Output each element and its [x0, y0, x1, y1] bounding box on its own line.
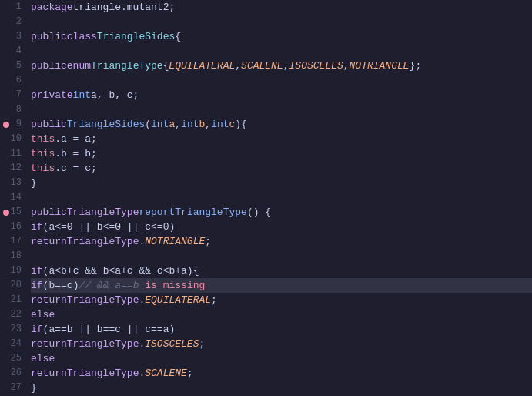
line-number-12: 12 — [6, 161, 22, 176]
line-number-25: 25 — [6, 351, 22, 366]
code-line-25: else — [31, 351, 532, 366]
code-line-1: package triangle.mutant2; — [31, 0, 532, 15]
line-number-13: 13 — [6, 176, 22, 190]
code-line-5: public enum TriangleType {EQUILATERAL, S… — [31, 59, 532, 73]
line-number-14: 14 — [6, 190, 22, 205]
code-line-20: if (b==c) // && a==b is missing — [31, 278, 532, 293]
line-number-5: 5 — [6, 59, 22, 73]
line-number-19: 19 — [6, 263, 22, 278]
code-line-13: } — [31, 176, 532, 190]
line-number-21: 21 — [6, 293, 22, 307]
line-number-10: 10 — [6, 132, 22, 146]
line-number-6: 6 — [6, 73, 22, 88]
code-line-10: this.a = a; — [31, 132, 532, 146]
code-line-9: public TriangleSides(int a, int b, int c… — [31, 117, 532, 132]
line-number-16: 16 — [6, 220, 22, 234]
code-line-23: if (a==b || b==c || c==a) — [31, 322, 532, 337]
code-line-2 — [31, 15, 532, 29]
code-line-21: return TriangleType.EQUILATERAL; — [31, 293, 532, 307]
code-line-27: } — [31, 381, 532, 395]
line-number-15: 15 — [6, 205, 22, 220]
code-line-7: private int a, b, c; — [31, 88, 532, 102]
line-number-1: 1 — [6, 0, 22, 15]
line-number-27: 27 — [6, 381, 22, 395]
line-number-3: 3 — [6, 29, 22, 44]
line-number-26: 26 — [6, 366, 22, 381]
line-number-23: 23 — [6, 322, 22, 337]
code-line-15: public TriangleType reportTriangleType()… — [31, 205, 532, 220]
line-number-22: 22 — [6, 307, 22, 322]
code-line-17: return TriangleType.NOTRIANGLE; — [31, 234, 532, 249]
code-line-3: public class TriangleSides { — [31, 29, 532, 44]
code-line-4 — [31, 44, 532, 59]
code-line-14 — [31, 190, 532, 205]
line-number-17: 17 — [6, 234, 22, 249]
code-line-26: return TriangleType.SCALENE; — [31, 366, 532, 381]
line-number-18: 18 — [6, 249, 22, 263]
code-line-22: else — [31, 307, 532, 322]
breakpoint-dot[interactable] — [3, 122, 9, 128]
code-line-12: this.c = c; — [31, 161, 532, 176]
line-number-20: 20 — [6, 278, 22, 293]
line-number-11: 11 — [6, 146, 22, 161]
line-number-2: 2 — [6, 15, 22, 29]
code-line-8 — [31, 102, 532, 117]
line-number-7: 7 — [6, 88, 22, 102]
line-number-8: 8 — [6, 102, 22, 117]
line-numbers: 1234567891011121314151617181920212223242… — [0, 0, 28, 396]
line-number-24: 24 — [6, 337, 22, 351]
code-line-18 — [31, 249, 532, 263]
code-editor: 1234567891011121314151617181920212223242… — [0, 0, 532, 396]
breakpoint-dot[interactable] — [3, 210, 9, 216]
code-line-11: this.b = b; — [31, 146, 532, 161]
code-line-24: return TriangleType.ISOSCELES; — [31, 337, 532, 351]
code-content: package triangle.mutant2; public class T… — [28, 0, 532, 396]
code-line-6 — [31, 73, 532, 88]
code-line-16: if (a<=0 || b<=0 || c<=0) — [31, 220, 532, 234]
line-number-4: 4 — [6, 44, 22, 59]
code-line-19: if (a<b+c && b<a+c && c<b+a){ — [31, 263, 532, 278]
line-number-9: 9 — [6, 117, 22, 132]
